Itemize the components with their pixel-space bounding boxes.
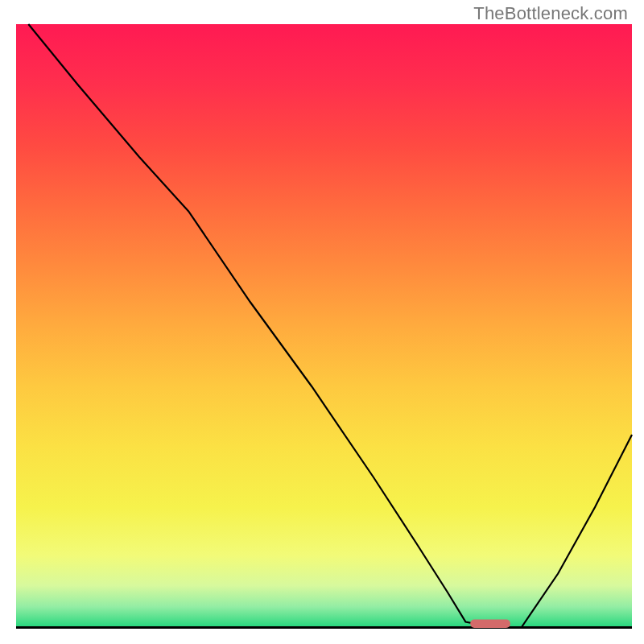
optimal-range-marker: [470, 620, 510, 629]
watermark-text: TheBottleneck.com: [473, 3, 628, 24]
x-axis-baseline: [16, 626, 632, 629]
plot-background: [16, 24, 632, 628]
bottleneck-chart: [0, 0, 644, 644]
